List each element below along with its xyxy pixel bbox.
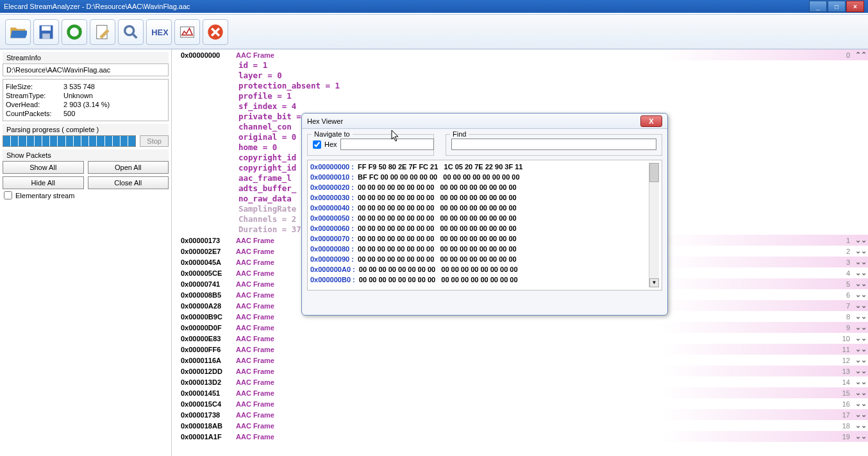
- hex-address: 0x00000000 :: [310, 163, 354, 171]
- frame-row[interactable]: 0x00000E83AAC Frame10⌄⌄: [174, 333, 868, 344]
- frame-row[interactable]: 0x00000000 AAC Frame 0 ⌃⌃: [174, 49, 868, 60]
- close-all-button[interactable]: Close All: [88, 176, 169, 189]
- navigate-input[interactable]: [340, 139, 434, 150]
- search-button[interactable]: [118, 19, 144, 45]
- streaminfo-value: 2 903 (3.14 %): [63, 101, 165, 108]
- open-file-button[interactable]: [5, 19, 31, 45]
- hide-all-button[interactable]: Hide All: [3, 176, 84, 189]
- streaminfo-row: OverHead:2 903 (3.14 %): [6, 100, 165, 109]
- find-input[interactable]: [451, 139, 656, 150]
- expand-icon[interactable]: ⌄⌄: [854, 269, 868, 277]
- streaminfo-label: StreamType:: [6, 92, 63, 99]
- reload-button[interactable]: [62, 19, 87, 45]
- open-all-button[interactable]: Open All: [88, 161, 169, 174]
- frame-offset: 0x0000045A: [174, 258, 236, 266]
- scrollbar-down-arrow[interactable]: ▼: [649, 278, 659, 287]
- collapse-icon[interactable]: ⌃⌃: [854, 51, 868, 59]
- expand-icon[interactable]: ⌄⌄: [854, 367, 868, 375]
- hex-address: 0x00000070 :: [310, 235, 354, 242]
- streaminfo-title: StreamInfo: [3, 52, 169, 63]
- frame-type: AAC Frame: [236, 237, 274, 244]
- hex-viewer-close-button[interactable]: X: [640, 115, 662, 127]
- hex-line: 0x000000A0 : 00 00 00 00 00 00 00 00 00 …: [310, 266, 649, 276]
- frame-type: AAC Frame: [236, 346, 274, 353]
- streaminfo-value: Unknown: [63, 92, 165, 99]
- window-minimize-button[interactable]: _: [809, 1, 827, 12]
- hex-address: 0x00000010 :: [310, 173, 354, 181]
- expand-icon[interactable]: ⌄⌄: [854, 356, 868, 364]
- hex-dump[interactable]: 0x00000000 : FF F9 50 80 2E 7F FC 21 1C …: [307, 160, 662, 291]
- hex-viewer-titlebar[interactable]: Hex Viewer X: [302, 114, 667, 129]
- hex-viewer-dialog[interactable]: Hex Viewer X Navigate to Hex Find 0x0000…: [301, 113, 668, 316]
- expand-icon[interactable]: ⌄⌄: [854, 280, 868, 288]
- frame-row[interactable]: 0x00000FF6AAC Frame11⌄⌄: [174, 344, 868, 355]
- report-button[interactable]: [174, 19, 200, 45]
- frame-row[interactable]: 0x000012DD AAC Frame13⌄⌄: [174, 366, 868, 376]
- frame-row[interactable]: 0x00000D0FAAC Frame9⌄⌄: [174, 322, 868, 333]
- stop-button: Stop: [140, 135, 169, 147]
- scrollbar-thumb[interactable]: [649, 163, 659, 182]
- hex-scrollbar[interactable]: ▼: [649, 163, 659, 287]
- expand-icon[interactable]: ⌄⌄: [854, 312, 868, 321]
- expand-icon[interactable]: ⌄⌄: [854, 378, 868, 386]
- show-all-button[interactable]: Show All: [3, 161, 84, 174]
- streaminfo-box: FileSize:3 535 748StreamType:UnknownOver…: [3, 79, 169, 121]
- edit-button[interactable]: [90, 19, 115, 45]
- svg-rect-2: [42, 33, 50, 38]
- frame-offset: 0x000018AB: [174, 422, 236, 430]
- frame-index: 16: [809, 400, 854, 408]
- expand-icon[interactable]: ⌄⌄: [854, 421, 868, 430]
- frame-index: 4: [809, 269, 854, 277]
- expand-icon[interactable]: ⌄⌄: [854, 410, 868, 419]
- hex-checkbox[interactable]: [313, 140, 321, 149]
- navigate-fieldset: Navigate to Hex: [307, 134, 434, 156]
- hex-address: 0x00000020 :: [310, 183, 354, 191]
- frame-index: 5: [809, 280, 854, 288]
- frame-row[interactable]: 0x000015C4AAC Frame16⌄⌄: [174, 398, 868, 409]
- frame-index: 10: [809, 335, 854, 342]
- expand-icon[interactable]: ⌄⌄: [854, 345, 868, 353]
- frame-index: 14: [809, 378, 854, 386]
- hex-button[interactable]: HEX: [146, 19, 172, 45]
- expand-icon[interactable]: ⌄⌄: [854, 389, 868, 397]
- frame-type: AAC Frame: [236, 302, 274, 310]
- hex-address: 0x00000080 :: [310, 245, 354, 253]
- frame-row[interactable]: 0x00001451AAC Frame15⌄⌄: [174, 387, 868, 398]
- hex-viewer-title: Hex Viewer: [307, 117, 640, 125]
- expand-icon[interactable]: ⌄⌄: [854, 301, 868, 310]
- frame-index: 11: [809, 346, 854, 353]
- frame-type: AAC Frame: [236, 269, 274, 277]
- window-close-button[interactable]: ×: [846, 1, 864, 12]
- frame-row[interactable]: 0x00001738AAC Frame17⌄⌄: [174, 409, 868, 420]
- window-maximize-button[interactable]: □: [828, 1, 846, 12]
- save-button[interactable]: [33, 19, 59, 45]
- frame-row[interactable]: 0x000013D2AAC Frame14⌄⌄: [174, 376, 868, 387]
- find-label: Find: [450, 130, 469, 138]
- expand-icon[interactable]: ⌄⌄: [854, 334, 868, 342]
- hex-address: 0x00000090 :: [310, 255, 354, 263]
- frame-type: AAC Frame: [236, 335, 274, 342]
- hex-line: 0x00000080 : 00 00 00 00 00 00 00 00 00 …: [310, 245, 649, 255]
- close-file-button[interactable]: [203, 19, 228, 45]
- frame-offset: 0x000002E7: [174, 248, 236, 255]
- expand-icon[interactable]: ⌄⌄: [854, 291, 868, 299]
- elementary-stream-checkbox[interactable]: [4, 191, 12, 199]
- frame-index: 12: [809, 357, 854, 364]
- parsing-progressbar: [3, 135, 136, 147]
- expand-icon[interactable]: ⌄⌄: [854, 432, 868, 441]
- frame-detail: sf_index = 4: [174, 101, 868, 112]
- streaminfo-path[interactable]: D:\Resource\AAC\WavinFlag.aac: [3, 63, 169, 76]
- frame-offset: 0x00000D0F: [174, 324, 236, 332]
- frame-detail: id = 1: [174, 60, 868, 71]
- expand-icon[interactable]: ⌄⌄: [854, 258, 868, 266]
- frame-row[interactable]: 0x00001A1FAAC Frame19⌄⌄: [174, 431, 868, 442]
- frame-type: AAC Frame: [236, 400, 274, 408]
- expand-icon[interactable]: ⌄⌄: [854, 247, 868, 255]
- frame-row[interactable]: 0x000018ABAAC Frame18⌄⌄: [174, 420, 868, 431]
- frame-offset: 0x00001451: [174, 389, 236, 397]
- expand-icon[interactable]: ⌄⌄: [854, 323, 868, 332]
- expand-icon[interactable]: ⌄⌄: [854, 236, 868, 244]
- frame-row[interactable]: 0x0000116AAAC Frame12⌄⌄: [174, 355, 868, 366]
- hex-line: 0x00000050 : 00 00 00 00 00 00 00 00 00 …: [310, 214, 649, 224]
- expand-icon[interactable]: ⌄⌄: [854, 400, 868, 408]
